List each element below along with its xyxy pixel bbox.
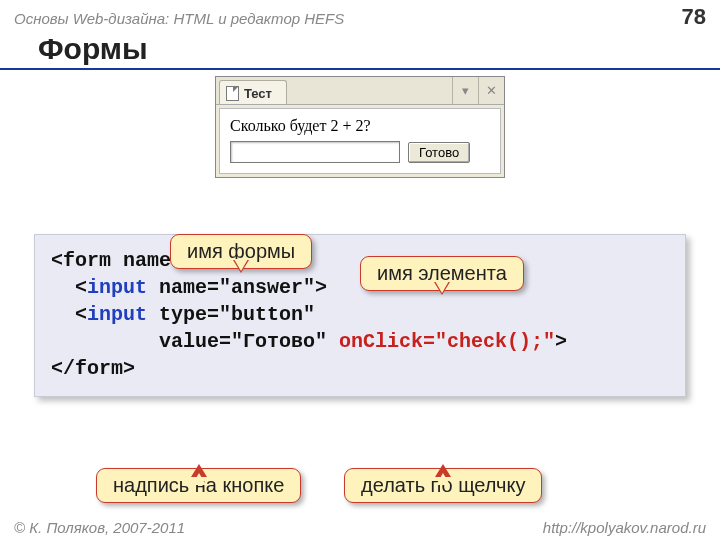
code-block: <form name="calc"> <input name="answer">… — [34, 234, 686, 397]
footer: © К. Поляков, 2007-2011 http://kpolyakov… — [0, 519, 720, 536]
submit-button[interactable]: Готово — [408, 142, 470, 163]
footer-url: http://kpolyakov.narod.ru — [543, 519, 706, 536]
answer-input[interactable] — [230, 141, 400, 163]
tab-bar: Тест ▾ ✕ — [216, 77, 504, 105]
document-icon — [226, 86, 239, 101]
copyright: © К. Поляков, 2007-2011 — [14, 519, 185, 536]
callout-form-name: имя формы — [170, 234, 312, 269]
callout-onclick: делать по щелчку — [344, 468, 542, 503]
tab-close-icon[interactable]: ✕ — [478, 77, 504, 104]
question-text: Сколько будет 2 + 2? — [230, 117, 490, 135]
callout-element-name: имя элемента — [360, 256, 524, 291]
tab-test[interactable]: Тест — [219, 80, 287, 104]
course-title: Основы Web-дизайна: HTML и редактор HEFS — [14, 10, 344, 27]
slide-title: Формы — [0, 32, 720, 70]
tab-dropdown-icon[interactable]: ▾ — [452, 77, 478, 104]
tab-label: Тест — [244, 86, 272, 101]
browser-window: Тест ▾ ✕ Сколько будет 2 + 2? Готово — [215, 76, 505, 178]
page-number: 78 — [682, 4, 706, 30]
callout-button-label: надпись на кнопке — [96, 468, 301, 503]
